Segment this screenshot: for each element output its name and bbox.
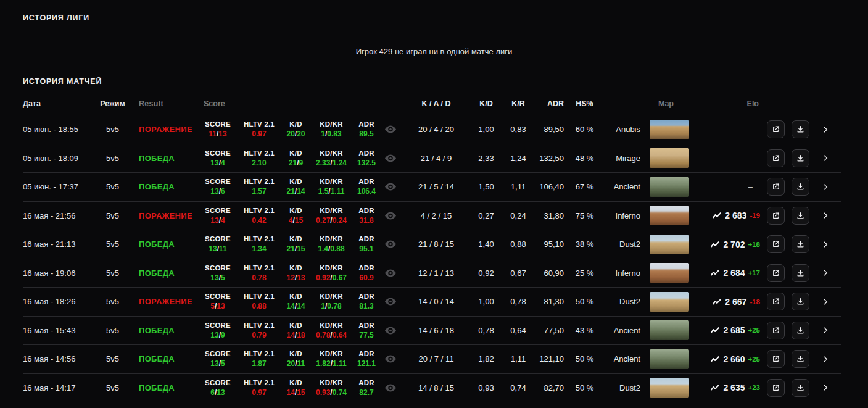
download-icon — [796, 327, 804, 335]
header-score: Score — [200, 99, 402, 108]
elo-trend-icon — [711, 241, 719, 248]
download-demo-button[interactable] — [792, 264, 809, 282]
watch-toggle[interactable] — [379, 264, 402, 283]
open-match-button[interactable] — [767, 322, 785, 339]
map-name: Ancient — [603, 182, 643, 191]
elo-trend-icon — [711, 269, 719, 277]
open-match-button[interactable] — [767, 207, 785, 225]
hltv-label: HLTV 2.1 — [235, 264, 283, 273]
open-match-button[interactable] — [767, 350, 785, 368]
adr-value: 82.7 — [354, 388, 379, 398]
open-match-button[interactable] — [767, 235, 785, 253]
score-value: 13/5 — [200, 359, 235, 368]
open-match-button[interactable] — [767, 120, 785, 138]
elo-cell: – — [689, 154, 760, 163]
score-value: 6/13 — [200, 388, 235, 398]
kd-stat: 1,40 — [470, 239, 502, 249]
expand-row-button[interactable] — [809, 125, 841, 135]
header-result: Result — [130, 99, 200, 108]
score-block: SCORE13/4 HLTV 2.12.10 K/D21/9 KD/KR2.33… — [200, 149, 402, 168]
download-demo-button[interactable] — [792, 379, 809, 397]
elo-delta: -18 — [750, 298, 760, 306]
open-match-button[interactable] — [767, 264, 785, 282]
expand-row-button[interactable] — [809, 268, 841, 278]
score-label: SCORE — [200, 149, 235, 158]
watch-toggle[interactable] — [379, 120, 402, 139]
hs-stat: 75 % — [566, 211, 603, 220]
download-demo-button[interactable] — [792, 207, 809, 225]
match-date: 05 июн. - 18:55 — [23, 125, 96, 134]
expand-row-button[interactable] — [809, 182, 841, 192]
kd-value: 4/15 — [283, 215, 308, 225]
watch-toggle[interactable] — [379, 235, 402, 254]
score-block: SCORE13/5 HLTV 2.10.78 K/D12/13 KD/KR0.9… — [200, 264, 402, 283]
watch-toggle[interactable] — [379, 349, 402, 368]
open-match-button[interactable] — [767, 293, 785, 310]
adr-label: ADR — [354, 378, 379, 388]
hltv-label: HLTV 2.1 — [235, 378, 283, 388]
hltv-value: 0.42 — [235, 215, 283, 225]
download-demo-button[interactable] — [792, 178, 809, 196]
adr-label: ADR — [354, 349, 379, 359]
map-thumbnail — [650, 206, 689, 225]
kr-stat: 0,24 — [502, 211, 534, 220]
open-match-button[interactable] — [767, 149, 785, 167]
eye-icon — [385, 183, 396, 191]
download-demo-button[interactable] — [792, 120, 809, 138]
expand-row-button[interactable] — [809, 239, 841, 249]
kdkr-label: KD/KR — [308, 149, 354, 158]
match-result: ПОБЕДА — [130, 269, 200, 278]
kd-label: K/D — [283, 177, 308, 186]
score-value: 13/4 — [200, 158, 235, 168]
open-match-button[interactable] — [767, 379, 785, 397]
elo-cell: 2 667 -18 — [689, 297, 760, 307]
table-row: 16 мая - 19:06 5v5 ПОБЕДА SCORE13/5 HLTV… — [23, 259, 841, 288]
expand-row-button[interactable] — [809, 354, 841, 364]
download-demo-button[interactable] — [792, 350, 809, 368]
download-demo-button[interactable] — [792, 322, 809, 339]
kr-stat: 1,24 — [502, 154, 534, 163]
kd-value: 21/9 — [283, 158, 308, 168]
kd-value: 20/11 — [283, 359, 308, 368]
watch-toggle[interactable] — [379, 292, 402, 311]
map-name: Mirage — [603, 154, 643, 163]
kdkr-label: KD/KR — [308, 321, 354, 330]
watch-toggle[interactable] — [379, 177, 402, 196]
watch-toggle[interactable] — [379, 378, 402, 398]
download-demo-button[interactable] — [792, 293, 809, 310]
hltv-value: 0.97 — [235, 129, 283, 139]
expand-row-button[interactable] — [809, 210, 841, 220]
elo-value: 2 685 — [723, 325, 745, 335]
watch-toggle[interactable] — [379, 149, 402, 168]
table-row: 16 мая - 18:26 5v5 ПОРАЖЕНИЕ SCORE5/13 H… — [23, 288, 841, 317]
expand-row-button[interactable] — [809, 153, 841, 163]
elo-value: 2 667 — [725, 297, 746, 307]
hltv-label: HLTV 2.1 — [235, 321, 283, 330]
kr-stat: 1,11 — [502, 182, 534, 191]
eye-icon — [385, 240, 396, 248]
elo-empty-dash: – — [748, 154, 760, 163]
match-result: ПОБЕДА — [130, 154, 200, 163]
kd-label: K/D — [283, 264, 308, 273]
watch-toggle[interactable] — [379, 321, 402, 340]
kd-label: K/D — [283, 235, 308, 244]
download-demo-button[interactable] — [792, 235, 809, 253]
open-match-button[interactable] — [767, 178, 785, 196]
chevron-right-icon — [822, 268, 829, 278]
watch-toggle[interactable] — [379, 206, 402, 225]
match-history-title: ИСТОРИЯ МАТЧЕЙ — [23, 77, 868, 86]
score-value: 5/13 — [200, 301, 235, 311]
kd-label: K/D — [283, 349, 308, 359]
download-icon — [796, 154, 804, 162]
expand-row-button[interactable] — [809, 297, 841, 307]
external-link-icon — [772, 384, 780, 392]
elo-delta: +25 — [748, 327, 760, 334]
kad-stat: 14 / 8 / 15 — [402, 383, 470, 393]
match-history-table: Дата Режим Result Score K / A / D K/D K/… — [23, 92, 841, 408]
kad-stat: 20 / 4 / 20 — [402, 125, 470, 134]
expand-row-button[interactable] — [809, 325, 841, 335]
expand-row-button[interactable] — [809, 383, 841, 393]
header-kr: K/R — [502, 99, 534, 108]
kd-label: K/D — [283, 206, 308, 215]
download-demo-button[interactable] — [792, 149, 809, 167]
